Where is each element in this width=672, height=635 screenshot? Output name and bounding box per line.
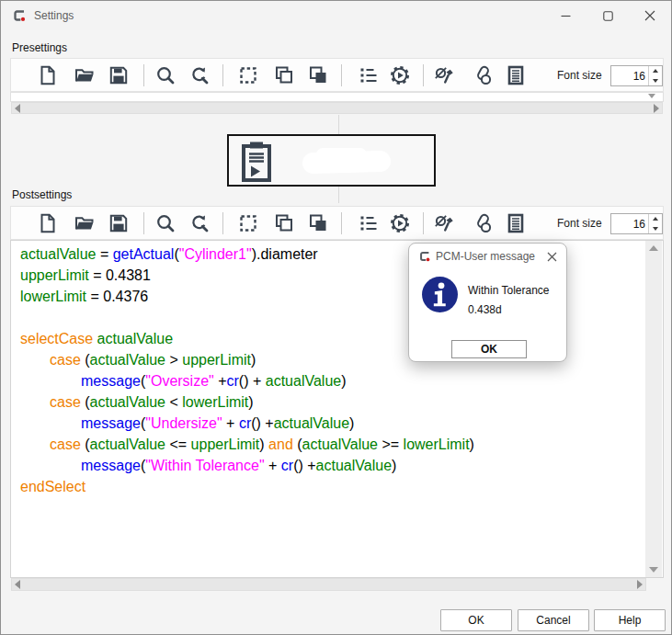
- save-icon: [108, 64, 130, 86]
- save-button[interactable]: [107, 63, 131, 87]
- presettings-hscrollbar[interactable]: [11, 102, 663, 114]
- font-size-increment-button[interactable]: [649, 66, 662, 76]
- toolbar-separator: [222, 64, 223, 86]
- gear-play-icon: [389, 64, 411, 86]
- report-button[interactable]: [504, 63, 528, 87]
- minimize-button[interactable]: [544, 1, 587, 30]
- program-clipboard-box[interactable]: [227, 134, 436, 187]
- open-file-button[interactable]: [73, 63, 97, 87]
- toolbar-separator: [143, 212, 144, 234]
- new-document-button[interactable]: [36, 211, 60, 235]
- construct-tool-button[interactable]: [432, 63, 456, 87]
- dialog-close-button[interactable]: [545, 250, 558, 263]
- toolbar-separator: [341, 64, 342, 86]
- copy-button[interactable]: [272, 211, 296, 235]
- construct-tool-button[interactable]: [432, 211, 456, 235]
- code-line: case (actualValue <= upperLimit) and (ac…: [20, 434, 643, 455]
- editor-vscrollbar[interactable]: [645, 241, 662, 577]
- cylinder-circle-icon: [473, 64, 495, 86]
- font-size-spinner[interactable]: 16: [610, 213, 663, 234]
- run-settings-button[interactable]: [388, 211, 412, 235]
- save-button[interactable]: [107, 211, 131, 235]
- selection-rectangle-icon: [237, 64, 259, 86]
- toolbar-separator: [423, 64, 424, 86]
- paste-icon: [307, 212, 329, 234]
- scroll-down-icon[interactable]: [648, 94, 655, 98]
- find-next-button[interactable]: [188, 63, 211, 87]
- find-button[interactable]: [154, 211, 177, 235]
- message-text-line1: Within Tolerance: [468, 284, 550, 297]
- dialog-ok-button[interactable]: OK: [451, 340, 527, 358]
- toolbar-separator: [143, 64, 144, 86]
- toolbar-separator: [341, 212, 342, 234]
- search-refresh-icon: [188, 212, 211, 234]
- message-text-line2: 0.438d: [468, 303, 502, 316]
- code-line: message("Undersize" + cr() +actualValue): [20, 413, 643, 434]
- list-view-button[interactable]: [357, 63, 381, 87]
- save-icon: [108, 212, 130, 234]
- postsettings-label: Postsettings: [12, 188, 72, 201]
- select-region-button[interactable]: [236, 63, 260, 87]
- font-size-decrement-button[interactable]: [649, 224, 662, 234]
- postsettings-toolbar: Font size 16: [10, 206, 664, 240]
- font-size-label: Font size: [557, 217, 602, 230]
- new-document-button[interactable]: [36, 63, 60, 87]
- list-icon: [358, 64, 380, 86]
- editor-hscrollbar[interactable]: [11, 578, 646, 591]
- list-icon: [358, 212, 380, 234]
- font-size-value[interactable]: 16: [633, 70, 645, 83]
- help-button[interactable]: Help: [594, 609, 666, 631]
- find-next-button[interactable]: [188, 211, 211, 235]
- new-document-icon: [37, 212, 59, 234]
- scroll-left-icon[interactable]: [15, 104, 20, 113]
- geometry-features-button[interactable]: [472, 63, 495, 87]
- search-icon: [154, 212, 177, 234]
- presettings-editor[interactable]: [10, 92, 664, 102]
- diameter-hammer-icon: [433, 64, 455, 86]
- down-arrow-icon: [653, 227, 658, 231]
- geometry-features-button[interactable]: [472, 211, 495, 235]
- presettings-label: Presettings: [12, 41, 67, 54]
- font-size-increment-button[interactable]: [649, 214, 662, 224]
- app-icon: [12, 8, 27, 23]
- maximize-icon: [603, 11, 613, 21]
- pcm-user-message-dialog: PCM-User message Within Tolerance 0.438d…: [408, 243, 567, 362]
- code-line: endSelect: [20, 476, 643, 497]
- open-folder-icon: [74, 212, 96, 234]
- new-document-icon: [37, 64, 59, 86]
- app-icon: [418, 250, 431, 266]
- document-lines-icon: [505, 212, 527, 234]
- code-line: message("Within Tolerance" + cr() +actua…: [20, 455, 643, 476]
- presettings-toolbar: Font size 16: [10, 58, 664, 92]
- dialog-titlebar: PCM-User message: [409, 244, 566, 267]
- scroll-down-icon[interactable]: [649, 567, 658, 573]
- down-arrow-icon: [653, 79, 658, 83]
- cancel-button[interactable]: Cancel: [518, 609, 589, 631]
- report-button[interactable]: [504, 211, 528, 235]
- maximize-button[interactable]: [587, 1, 629, 30]
- document-lines-icon: [505, 64, 527, 86]
- scroll-right-icon[interactable]: [637, 580, 643, 589]
- font-size-value[interactable]: 16: [633, 218, 645, 231]
- find-button[interactable]: [154, 63, 177, 87]
- select-region-button[interactable]: [236, 211, 260, 235]
- ok-button[interactable]: OK: [440, 609, 512, 631]
- code-line: message("Oversize" +cr() + actualValue): [20, 370, 643, 391]
- font-size-spinner[interactable]: 16: [610, 65, 663, 86]
- list-view-button[interactable]: [357, 211, 381, 235]
- font-size-decrement-button[interactable]: [649, 76, 662, 86]
- up-arrow-icon: [653, 69, 658, 73]
- run-settings-button[interactable]: [388, 63, 412, 87]
- dialog-title: PCM-User message: [436, 250, 535, 263]
- scroll-up-icon[interactable]: [649, 245, 658, 251]
- copy-button[interactable]: [272, 63, 296, 87]
- paste-button[interactable]: [306, 63, 330, 87]
- paste-button[interactable]: [306, 211, 330, 235]
- close-button[interactable]: [629, 1, 671, 30]
- open-file-button[interactable]: [73, 211, 97, 235]
- scroll-right-icon[interactable]: [654, 104, 659, 113]
- scroll-left-icon[interactable]: [15, 580, 20, 589]
- info-icon: [421, 276, 459, 317]
- selection-rectangle-icon: [237, 212, 259, 234]
- run-program-clipboard-icon: [240, 141, 273, 187]
